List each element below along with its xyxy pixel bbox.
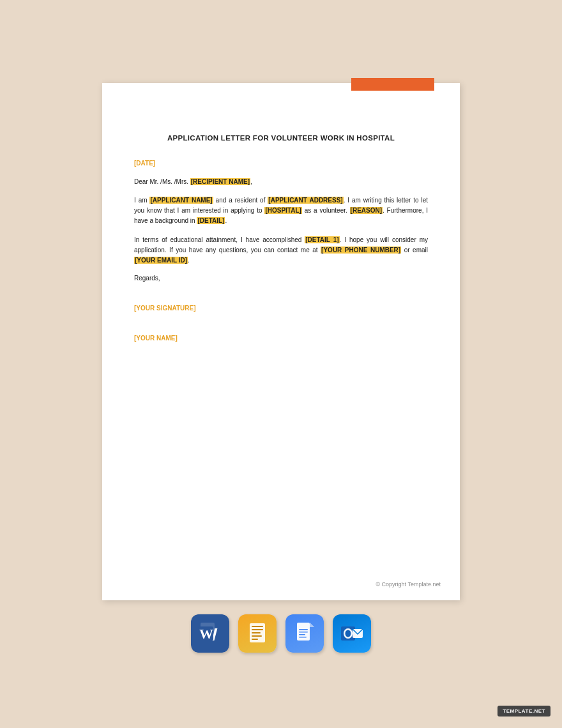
word-icon[interactable]: W W <box>191 614 229 653</box>
document-footer: © Copyright Template.net <box>376 581 441 588</box>
p2-text-end: . <box>188 257 190 264</box>
template-badge: TEMPLATE.NET <box>497 706 551 717</box>
svg-rect-6 <box>252 629 263 630</box>
word-icon-svg: W W <box>198 621 222 646</box>
applicant-name: [APPLICANT NAME] <box>149 197 213 204</box>
svg-rect-8 <box>252 635 262 637</box>
name-placeholder: [YOUR NAME] <box>134 335 178 342</box>
p1-text-after-name: and a resident of <box>213 197 268 204</box>
outlook-icon[interactable] <box>333 614 371 653</box>
svg-rect-16 <box>299 637 307 638</box>
outlook-icon-svg <box>340 621 364 646</box>
name-field: [YOUR NAME] <box>134 335 428 342</box>
pages-icon[interactable] <box>238 614 277 653</box>
svg-point-19 <box>346 630 351 637</box>
date-placeholder: [DATE] <box>134 160 155 167</box>
svg-rect-5 <box>252 626 263 627</box>
svg-rect-13 <box>299 629 308 630</box>
reason-placeholder: [REASON] <box>350 207 383 214</box>
gdocs-icon[interactable] <box>285 614 324 653</box>
svg-rect-7 <box>252 632 261 633</box>
p1-text-end: . <box>225 217 227 224</box>
regards-line: Regards, <box>134 275 428 282</box>
paragraph-1: I am [APPLICANT NAME] and a resident of … <box>134 195 428 226</box>
signature-placeholder: [YOUR SIGNATURE] <box>134 305 195 312</box>
pages-icon-svg <box>245 621 270 646</box>
applicant-address: [APPLICANT ADDRESS] <box>268 197 343 204</box>
svg-text:W: W <box>199 626 213 642</box>
document: APPLICATION LETTER FOR VOLUNTEER WORK IN… <box>102 83 460 600</box>
detail-placeholder: [DETAIL] <box>197 217 225 224</box>
email-placeholder: [YOUR EMAIL ID] <box>134 257 188 264</box>
recipient-placeholder: [RECIPIENT NAME] <box>190 178 250 185</box>
copyright-text: © Copyright Template.net <box>376 581 441 588</box>
paragraph-2: In terms of educational attainment, I ha… <box>134 235 428 266</box>
p2-text-before-detail: In terms of educational attainment, I ha… <box>134 236 305 243</box>
phone-placeholder: [YOUR PHONE NUMBER] <box>321 246 401 254</box>
date-field: [DATE] <box>134 160 428 167</box>
gdocs-icon-svg <box>292 621 317 646</box>
p1-text-before-name: I am <box>134 197 149 204</box>
p2-text-or-email: or email <box>401 246 428 254</box>
svg-marker-12 <box>310 623 314 627</box>
app-icons-row: W W <box>191 614 371 653</box>
greeting-line: Dear Mr. /Ms. /Mrs. [RECIPIENT NAME], <box>134 178 428 185</box>
document-title: APPLICATION LETTER FOR VOLUNTEER WORK IN… <box>134 134 428 142</box>
regards-text: Regards, <box>134 275 160 282</box>
page-wrapper: APPLICATION LETTER FOR VOLUNTEER WORK IN… <box>0 0 562 728</box>
greeting-text: Dear Mr. /Ms. /Mrs. <box>134 178 188 185</box>
orange-accent-bar <box>351 78 434 91</box>
svg-rect-14 <box>299 632 308 633</box>
svg-rect-9 <box>252 639 258 640</box>
svg-rect-15 <box>299 634 305 635</box>
signature-field: [YOUR SIGNATURE] <box>134 305 428 312</box>
detail1-placeholder: [DETAIL 1] <box>305 236 339 243</box>
hospital-name: [HOSPITAL] <box>264 207 301 214</box>
p1-text-after-hospital: as a volunteer. <box>302 207 350 214</box>
